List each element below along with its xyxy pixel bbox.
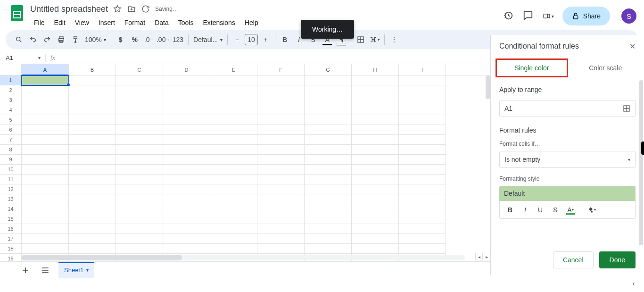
- cell[interactable]: [257, 125, 305, 135]
- row-header[interactable]: 5: [0, 115, 22, 125]
- grid-nav-arrows[interactable]: ◂▸: [475, 253, 490, 260]
- font-size-input[interactable]: 10: [245, 34, 258, 45]
- cell[interactable]: [69, 155, 116, 165]
- cell[interactable]: [210, 85, 257, 95]
- cell[interactable]: [399, 184, 446, 194]
- col-header-A[interactable]: A: [22, 64, 69, 75]
- cell[interactable]: [257, 194, 305, 204]
- style-text-color-icon[interactable]: A▾: [564, 204, 577, 216]
- cell[interactable]: [210, 184, 257, 194]
- menu-tools[interactable]: Tools: [174, 17, 198, 28]
- cell[interactable]: [22, 125, 69, 135]
- cell[interactable]: [163, 125, 210, 135]
- cell[interactable]: [352, 115, 399, 125]
- cell[interactable]: [257, 244, 305, 254]
- menu-view[interactable]: View: [71, 17, 93, 28]
- col-header-I[interactable]: I: [399, 64, 446, 75]
- cell[interactable]: [210, 145, 257, 155]
- meet-icon[interactable]: ▾: [543, 10, 554, 22]
- cell[interactable]: [399, 125, 446, 135]
- cell[interactable]: [69, 194, 116, 204]
- decrease-decimal-icon[interactable]: .0←: [142, 33, 156, 46]
- range-input[interactable]: A1: [499, 100, 636, 117]
- decrease-font-icon[interactable]: −: [231, 33, 244, 46]
- print-icon[interactable]: [55, 33, 68, 46]
- cell[interactable]: [352, 234, 399, 244]
- name-box[interactable]: A1▾: [0, 54, 45, 61]
- cell[interactable]: [352, 125, 399, 135]
- cell[interactable]: [399, 145, 446, 155]
- row-header[interactable]: 13: [0, 194, 22, 204]
- cell[interactable]: [352, 224, 399, 234]
- style-italic-icon[interactable]: I: [519, 204, 532, 216]
- cell[interactable]: [352, 175, 399, 184]
- cell[interactable]: [22, 75, 69, 85]
- cell[interactable]: [69, 145, 116, 155]
- cell[interactable]: [352, 194, 399, 204]
- cancel-button[interactable]: Cancel: [553, 251, 594, 268]
- sheet-tab-active[interactable]: Sheet1▾: [58, 262, 94, 278]
- all-sheets-icon[interactable]: [39, 264, 52, 277]
- search-menus-icon[interactable]: [12, 33, 25, 46]
- cell[interactable]: [257, 135, 305, 145]
- cell[interactable]: [163, 75, 210, 85]
- cell[interactable]: [116, 85, 163, 95]
- cell[interactable]: [116, 95, 163, 105]
- cell[interactable]: [116, 214, 163, 224]
- cell[interactable]: [163, 165, 210, 175]
- cell[interactable]: [399, 165, 446, 175]
- cell[interactable]: [399, 85, 446, 95]
- history-icon[interactable]: [503, 10, 514, 22]
- cell[interactable]: [352, 95, 399, 105]
- cell[interactable]: [305, 165, 352, 175]
- cell[interactable]: [257, 175, 305, 184]
- cell[interactable]: [116, 234, 163, 244]
- cell[interactable]: [163, 115, 210, 125]
- cell[interactable]: [163, 224, 210, 234]
- cell[interactable]: [163, 95, 210, 105]
- zoom-select[interactable]: 100% ▾: [83, 33, 108, 46]
- cell[interactable]: [163, 135, 210, 145]
- cell[interactable]: [116, 155, 163, 165]
- cell[interactable]: [257, 105, 305, 115]
- menu-data[interactable]: Data: [151, 17, 173, 28]
- row-header[interactable]: 6: [0, 125, 22, 135]
- condition-select[interactable]: Is not empty▾: [499, 151, 636, 168]
- cell[interactable]: [163, 175, 210, 184]
- undo-icon[interactable]: [26, 33, 40, 46]
- cell[interactable]: [210, 115, 257, 125]
- cell[interactable]: [163, 194, 210, 204]
- tab-color-scale[interactable]: Color scale: [571, 58, 641, 78]
- row-header[interactable]: 14: [0, 204, 22, 214]
- cell[interactable]: [22, 175, 69, 184]
- done-button[interactable]: Done: [599, 251, 636, 268]
- cell[interactable]: [69, 234, 116, 244]
- cell[interactable]: [69, 135, 116, 145]
- comment-icon[interactable]: [523, 10, 534, 22]
- cell[interactable]: [257, 165, 305, 175]
- sidebar-scrollbar[interactable]: [639, 80, 643, 245]
- cell[interactable]: [116, 184, 163, 194]
- cell[interactable]: [352, 184, 399, 194]
- cell[interactable]: [22, 184, 69, 194]
- cell[interactable]: [116, 175, 163, 184]
- h-scrollbar[interactable]: [22, 255, 465, 260]
- cell[interactable]: [210, 224, 257, 234]
- cell[interactable]: [69, 115, 116, 125]
- row-header[interactable]: 4: [0, 105, 22, 115]
- side-black-tab[interactable]: [641, 142, 644, 155]
- sheets-logo[interactable]: [8, 4, 26, 23]
- cell[interactable]: [163, 234, 210, 244]
- cell[interactable]: [22, 214, 69, 224]
- number-format-select[interactable]: 123: [171, 33, 185, 46]
- cell[interactable]: [116, 145, 163, 155]
- cell[interactable]: [399, 234, 446, 244]
- cell[interactable]: [69, 204, 116, 214]
- cell[interactable]: [69, 125, 116, 135]
- cell[interactable]: [305, 244, 352, 254]
- row-header[interactable]: 8: [0, 145, 22, 155]
- col-header-D[interactable]: D: [163, 64, 210, 75]
- show-side-panel-icon[interactable]: ‹: [629, 279, 638, 288]
- cell[interactable]: [257, 145, 305, 155]
- doc-name[interactable]: Untitled spreadsheet: [30, 4, 108, 14]
